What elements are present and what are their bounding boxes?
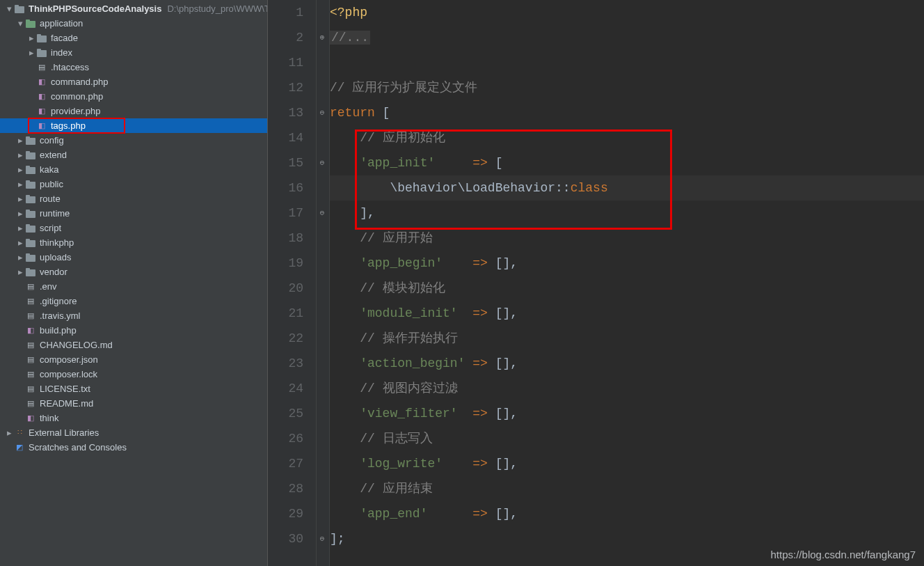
fold-toggle-icon[interactable]: ⊕ xyxy=(318,33,326,42)
tree-item[interactable]: kaka xyxy=(0,162,267,177)
tree-item[interactable]: uploads xyxy=(0,250,267,265)
file-icon: ▤ xyxy=(25,310,36,322)
tree-item[interactable]: application xyxy=(0,16,267,31)
expand-chevron-icon[interactable] xyxy=(4,3,14,14)
expand-chevron-icon[interactable] xyxy=(15,194,25,204)
code-line[interactable]: 'module_init' => [], xyxy=(330,301,924,326)
code-line[interactable]: // 操作开始执行 xyxy=(330,326,924,351)
tree-item[interactable]: public xyxy=(0,177,267,191)
fold-toggle-icon[interactable]: ⊖ xyxy=(318,159,326,167)
code-line[interactable]: ], xyxy=(330,201,924,226)
expand-chevron-icon[interactable] xyxy=(4,427,14,438)
code-editor[interactable]: 1211121314151617181920212223242526272829… xyxy=(268,0,924,566)
comment: // 应用行为扩展定义文件 xyxy=(330,81,477,95)
expand-chevron-icon[interactable] xyxy=(15,267,25,277)
expand-chevron-icon xyxy=(15,413,25,423)
tree-item[interactable]: config xyxy=(0,133,267,148)
code-area[interactable]: <?php //... // 应用行为扩展定义文件 return [ // 应用… xyxy=(330,0,924,566)
expand-chevron-icon[interactable] xyxy=(15,252,25,262)
code-line[interactable]: ]; xyxy=(330,526,924,551)
folded-region[interactable]: //... xyxy=(330,31,370,45)
code-line[interactable]: 'view_filter' => [], xyxy=(330,401,924,426)
tree-item[interactable]: vendor xyxy=(0,265,267,279)
code-line[interactable]: 'app_begin' => [], xyxy=(330,251,924,276)
tree-item[interactable]: runtime xyxy=(0,206,267,221)
code-line[interactable]: 'app_init' => [ xyxy=(330,150,924,175)
fold-column[interactable]: ⊕⊖⊖⊖⊖ xyxy=(317,0,330,566)
code-line[interactable]: // 视图内容过滤 xyxy=(330,376,924,401)
expand-chevron-icon xyxy=(15,281,25,292)
svg-rect-1 xyxy=(15,5,19,8)
php-file-icon: ◧ xyxy=(25,413,36,424)
tree-item[interactable]: script xyxy=(0,221,267,235)
line-number: 15 xyxy=(268,150,303,175)
code-line[interactable]: // 应用初始化 xyxy=(330,125,924,150)
tree-item-label: .gitignore xyxy=(40,296,77,306)
tree-item[interactable]: ▤composer.json xyxy=(0,352,267,367)
tree-item[interactable]: ◧tags.php xyxy=(0,118,267,133)
expand-chevron-icon[interactable] xyxy=(15,208,25,219)
tree-item[interactable]: ◧think xyxy=(0,411,267,425)
tree-item[interactable]: ∷External Libraries xyxy=(0,425,267,440)
line-number: 16 xyxy=(268,175,303,201)
tree-item[interactable]: ◩Scratches and Consoles xyxy=(0,440,267,455)
tree-item-label: command.php xyxy=(51,77,108,87)
tree-item[interactable]: ◧command.php xyxy=(0,74,267,89)
expand-chevron-icon[interactable] xyxy=(15,179,25,189)
tree-item[interactable]: ◧provider.php xyxy=(0,104,267,118)
expand-chevron-icon[interactable] xyxy=(15,150,25,160)
folder-icon xyxy=(25,164,36,175)
tree-item[interactable]: ▤composer.lock xyxy=(0,367,267,382)
expand-chevron-icon xyxy=(15,369,25,379)
expand-chevron-icon[interactable] xyxy=(15,135,25,146)
fold-toggle-icon[interactable]: ⊖ xyxy=(318,209,326,217)
code-line[interactable]: return [ xyxy=(330,100,924,125)
tree-item[interactable]: ▤CHANGELOG.md xyxy=(0,338,267,352)
line-number: 17 xyxy=(268,201,303,226)
tree-item-label: thinkphp xyxy=(40,237,74,248)
code-line[interactable]: // 日志写入 xyxy=(330,426,924,451)
folder-icon xyxy=(25,194,36,205)
tree-item[interactable]: ThinkPHPSourceCodeAnalysisD:\phpstudy_pr… xyxy=(0,1,267,16)
php-file-icon: ◧ xyxy=(36,77,47,88)
code-line[interactable]: // 应用行为扩展定义文件 xyxy=(330,75,924,100)
php-file-icon: ◧ xyxy=(25,325,36,336)
expand-chevron-icon[interactable] xyxy=(15,18,25,29)
project-tree-panel[interactable]: ThinkPHPSourceCodeAnalysisD:\phpstudy_pr… xyxy=(0,0,268,566)
code-line[interactable] xyxy=(330,50,924,75)
tree-item[interactable]: thinkphp xyxy=(0,235,267,250)
expand-chevron-icon[interactable] xyxy=(26,33,36,43)
tree-item[interactable]: ▤.gitignore xyxy=(0,294,267,308)
code-line[interactable]: <?php xyxy=(330,0,924,25)
expand-chevron-icon[interactable] xyxy=(15,223,25,233)
file-icon: ▤ xyxy=(25,281,36,292)
fold-toggle-icon[interactable]: ⊖ xyxy=(318,109,326,117)
tree-item-label: config xyxy=(40,135,64,146)
tree-item[interactable]: route xyxy=(0,191,267,206)
tree-item-label: .travis.yml xyxy=(40,310,81,321)
tree-item[interactable]: ▤LICENSE.txt xyxy=(0,382,267,396)
tree-item[interactable]: index xyxy=(0,45,267,60)
tree-item[interactable]: extend xyxy=(0,148,267,162)
code-line[interactable]: 'action_begin' => [], xyxy=(330,351,924,376)
tree-item[interactable]: ◧common.php xyxy=(0,89,267,104)
expand-chevron-icon[interactable] xyxy=(15,237,25,248)
tree-item[interactable]: ▤README.md xyxy=(0,396,267,411)
code-line[interactable]: //... xyxy=(330,25,924,50)
tree-item[interactable]: facade xyxy=(0,31,267,45)
code-line[interactable]: // 应用结束 xyxy=(330,476,924,501)
expand-chevron-icon[interactable] xyxy=(26,47,36,58)
folder-icon xyxy=(25,179,36,190)
code-line[interactable]: // 模块初始化 xyxy=(330,276,924,301)
tree-item[interactable]: ▤.htaccess xyxy=(0,60,267,74)
tree-item[interactable]: ▤.env xyxy=(0,279,267,294)
tree-item[interactable]: ▤.travis.yml xyxy=(0,308,267,323)
code-line[interactable]: \behavior\LoadBehavior::class xyxy=(330,175,924,201)
expand-chevron-icon[interactable] xyxy=(15,164,25,175)
code-line[interactable]: 'app_end' => [], xyxy=(330,501,924,526)
tree-item[interactable]: ◧build.php xyxy=(0,323,267,338)
code-line[interactable]: // 应用开始 xyxy=(330,226,924,251)
code-line[interactable]: 'log_write' => [], xyxy=(330,451,924,476)
tree-item-label: tags.php xyxy=(51,120,86,131)
fold-toggle-icon[interactable]: ⊖ xyxy=(318,535,326,543)
